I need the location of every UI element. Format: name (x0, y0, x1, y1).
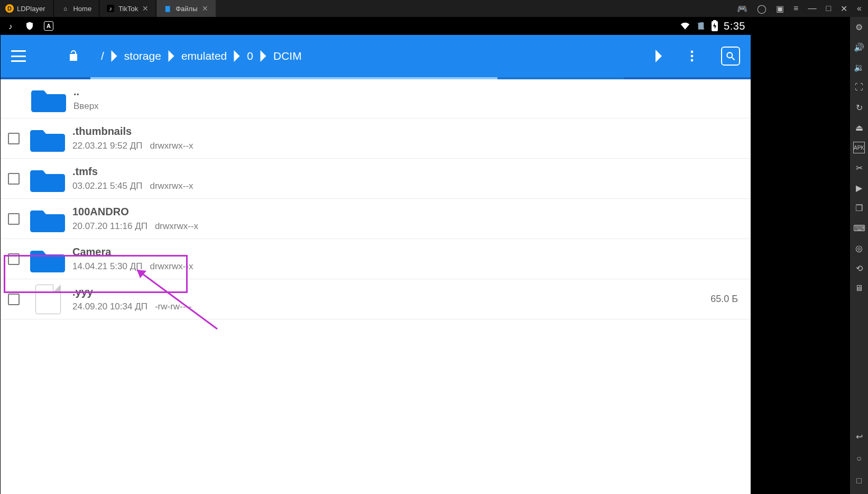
battery-charging-icon (711, 20, 718, 32)
scissors-icon[interactable]: ✂ (853, 162, 865, 173)
breadcrumb: / storage emulated 0 DCIM (101, 50, 302, 62)
close-window-icon[interactable]: ✕ (841, 4, 847, 14)
no-sim-icon (696, 21, 706, 31)
install-apk-icon[interactable]: ⏏ (853, 122, 865, 133)
file-row-camera[interactable]: Camera 14.04.21 5:30 ДП drwxrwx--x (1, 239, 751, 279)
tab-label: Файлы (176, 5, 197, 13)
gamepad-icon[interactable]: 🎮 (737, 4, 747, 14)
file-row[interactable]: .ууу 24.09.20 10:34 ДП -rw-rw---- 65.0 Б (1, 279, 751, 319)
keyboard-status-icon: A (44, 21, 53, 31)
breadcrumb-part[interactable]: 0 (247, 50, 253, 62)
file-row[interactable]: .tmfs 03.02.21 5:45 ДП drwxrwx--x (1, 159, 751, 199)
row-checkbox[interactable] (8, 213, 20, 225)
file-perm: drwxrwx--x (150, 141, 193, 151)
breadcrumb-part[interactable]: DCIM (273, 50, 302, 62)
wifi-icon (679, 21, 691, 31)
settings-gear-icon[interactable]: ⚙ (853, 21, 865, 33)
android-recents-icon[interactable]: □ (853, 475, 865, 487)
keyboard-map-icon[interactable]: ⌨ (853, 222, 865, 234)
screenshot-icon[interactable]: ▣ (776, 4, 784, 14)
file-name: .. (73, 86, 98, 98)
hamburger-menu-button[interactable] (11, 50, 26, 62)
chevron-right-icon (168, 50, 175, 62)
ldplayer-logo-icon: D (5, 4, 14, 13)
tab-files[interactable]: ▇ Файлы ✕ (156, 0, 215, 17)
volume-down-icon[interactable]: 🔉 (853, 61, 865, 73)
svg-point-3 (691, 51, 694, 53)
menu-lines-icon[interactable]: ≡ (793, 4, 798, 13)
svg-point-5 (691, 59, 694, 62)
tab-tiktok[interactable]: ♪ TikTok ✕ (99, 0, 156, 17)
svg-rect-2 (713, 20, 716, 22)
folder-icon: ▇ (164, 5, 171, 12)
android-back-icon[interactable]: ↩ (853, 431, 865, 442)
file-perm: drwxrwx--x (155, 221, 198, 232)
folder-icon (30, 245, 65, 273)
file-date: 24.09.20 10:34 ДП (72, 301, 147, 312)
rotate-icon[interactable]: ⟲ (853, 262, 865, 274)
row-checkbox[interactable] (8, 173, 20, 185)
ldplayer-right-toolbar: ⚙ 🔊 🔉 ⛶ ↻ ⏏ APK ✂ ▶ ❐ ⌨ ◎ ⟲ 🖥 ↩ ○ □ (850, 17, 868, 494)
android-status-bar: ♪ A 5:35 (1, 17, 751, 35)
status-clock: 5:35 (724, 20, 745, 32)
location-icon[interactable]: ◎ (853, 242, 865, 254)
file-manager-action-bar: / storage emulated 0 DCIM (1, 35, 751, 77)
forward-button[interactable] (654, 50, 663, 62)
file-date: 22.03.21 9:52 ДП (72, 141, 142, 151)
file-perm: drwxrwx--x (150, 181, 193, 191)
file-date: 03.02.21 5:45 ДП (72, 181, 142, 191)
tiktok-icon: ♪ (107, 5, 114, 12)
file-row[interactable]: 100ANDRO 20.07.20 11:16 ДП drwxrwx--x (1, 199, 751, 239)
apk-badge-icon[interactable]: APK (853, 142, 865, 153)
breadcrumb-part[interactable]: storage (124, 50, 161, 62)
tiktok-status-icon: ♪ (6, 21, 15, 31)
multi-instance-icon[interactable]: ❐ (853, 202, 865, 214)
file-size: 65.0 Б (710, 294, 743, 305)
tab-label: Home (73, 5, 91, 13)
overflow-menu-button[interactable] (690, 50, 694, 62)
window-controls: 🎮 ◯ ▣ ≡ — □ ✕ « (737, 0, 868, 17)
breadcrumb-root[interactable]: / (101, 50, 104, 62)
ldplayer-tab-bar: D LDPlayer ⌂ Home ♪ TikTok ✕ ▇ Файлы ✕ 🎮… (0, 0, 868, 17)
breadcrumb-part[interactable]: emulated (181, 50, 227, 62)
row-checkbox[interactable] (8, 133, 20, 144)
android-home-icon[interactable]: ○ (853, 453, 865, 464)
close-icon[interactable]: ✕ (202, 4, 208, 13)
ldplayer-logo: D LDPlayer (0, 0, 53, 17)
chevron-right-icon (233, 50, 241, 62)
home-icon: ⌂ (61, 5, 69, 12)
file-name: Camera (72, 246, 193, 258)
tab-home[interactable]: ⌂ Home (53, 0, 99, 17)
file-perm: drwxrwx--x (150, 261, 193, 272)
row-checkbox[interactable] (8, 253, 20, 265)
file-row[interactable]: .thumbnails 22.03.21 9:52 ДП drwxrwx--x (1, 118, 751, 159)
minimize-icon[interactable]: — (808, 4, 816, 13)
emulator-screen: ♪ A 5:35 / st (1, 17, 751, 494)
video-record-icon[interactable]: ▶ (853, 182, 865, 194)
file-list: .. Вверх .thumbnails 22.03.21 9:52 ДП dr… (1, 79, 751, 319)
search-button[interactable] (721, 47, 740, 66)
file-icon (35, 285, 61, 314)
file-name: .ууу (72, 286, 192, 298)
lock-open-icon[interactable] (67, 49, 80, 63)
shield-status-icon (25, 21, 34, 31)
file-name: .thumbnails (72, 125, 193, 138)
folder-icon (30, 205, 65, 233)
maximize-icon[interactable]: □ (826, 4, 831, 13)
svg-point-6 (727, 52, 732, 58)
collapse-toolbar-icon[interactable]: « (857, 4, 862, 13)
sync-icon[interactable]: ↻ (853, 102, 865, 113)
file-date: 14.04.21 5:30 ДП (72, 261, 142, 272)
svg-line-7 (732, 58, 735, 60)
chevron-right-icon (110, 50, 118, 62)
user-icon[interactable]: ◯ (757, 4, 767, 14)
fullscreen-icon[interactable]: ⛶ (853, 81, 865, 93)
file-name: .tmfs (72, 166, 193, 178)
row-checkbox[interactable] (8, 294, 20, 305)
shared-folder-icon[interactable]: 🖥 (853, 282, 865, 294)
svg-point-4 (691, 55, 694, 58)
folder-icon (31, 85, 66, 113)
close-icon[interactable]: ✕ (142, 4, 149, 13)
volume-up-icon[interactable]: 🔊 (853, 41, 865, 53)
file-row-up[interactable]: .. Вверх (1, 79, 751, 118)
